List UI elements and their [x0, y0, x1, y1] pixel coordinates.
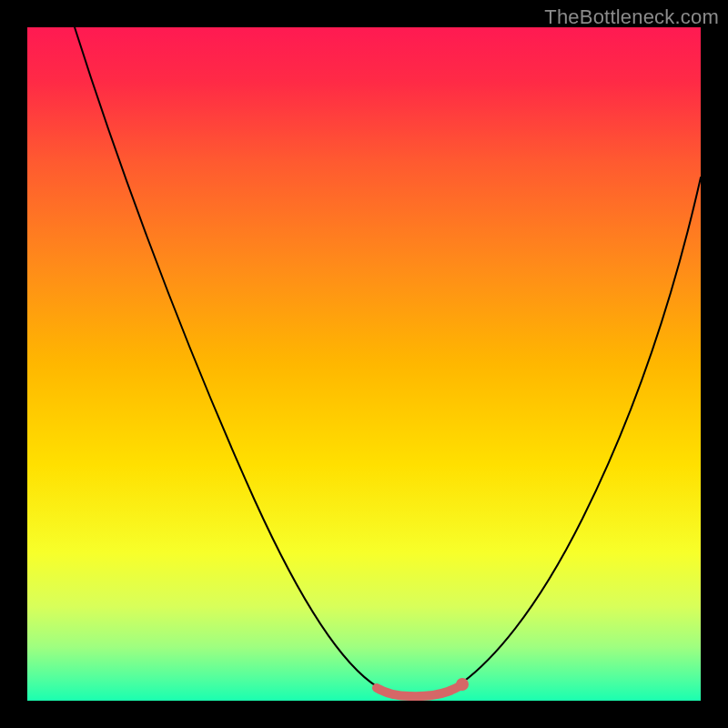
watermark-text: TheBottleneck.com	[544, 5, 719, 29]
chart-frame: TheBottleneck.com	[0, 0, 728, 728]
plot-area	[27, 27, 701, 701]
trough-end-marker	[456, 678, 469, 691]
gradient-background	[27, 27, 701, 701]
chart-svg	[27, 27, 701, 701]
